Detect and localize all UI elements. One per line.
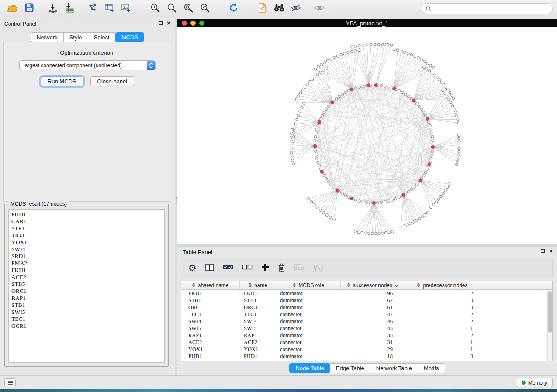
column-header-shared-name[interactable]: shared name	[181, 281, 240, 289]
table-row[interactable]: TEC1TEC1connector472	[181, 311, 552, 318]
table-scrollbar[interactable]	[547, 290, 552, 361]
float-table-panel-icon[interactable]	[541, 249, 545, 253]
column-sort-icon	[192, 282, 196, 289]
result-node-item[interactable]: PMA2	[11, 260, 164, 267]
hide-selected-button[interactable]	[287, 2, 304, 15]
search-input[interactable]	[422, 3, 553, 14]
window-close-button[interactable]	[182, 21, 187, 26]
table-cell: 1	[405, 339, 480, 346]
status-bar: Memory	[0, 375, 557, 389]
table-settings-button[interactable]: ⚙	[188, 261, 197, 275]
desktop-wallpaper-strip	[0, 389, 557, 392]
window-minimize-button[interactable]	[190, 21, 196, 26]
run-mcds-button[interactable]: Run MCDS	[41, 76, 83, 86]
column-header-successor-nodes[interactable]: successor nodes	[341, 281, 405, 289]
find-neighbors-button[interactable]	[271, 2, 287, 15]
refresh-button[interactable]	[225, 2, 242, 15]
table-cell: 31	[341, 339, 405, 346]
network-view-canvas[interactable]	[177, 27, 557, 244]
table-cell: dominator	[276, 297, 341, 304]
table-row[interactable]: RAP1RAP1dominator352	[181, 332, 552, 339]
table-row[interactable]: PHD1PHD1dominator180	[181, 353, 552, 360]
result-node-item[interactable]: TID3	[11, 232, 164, 239]
tab-motifs[interactable]: Motifs	[418, 363, 445, 373]
result-node-item[interactable]: FKH1	[11, 267, 164, 274]
float-panel-icon[interactable]	[159, 21, 163, 25]
task-list-icon	[7, 379, 13, 387]
result-node-item[interactable]: CAR1	[11, 218, 164, 225]
column-sort-icon	[347, 282, 351, 289]
table-cell: 43	[341, 325, 405, 332]
table-row[interactable]: YOX1YOX1connector291	[181, 346, 552, 353]
table-row[interactable]: FKH1FKH1dominator962	[181, 290, 552, 297]
table-row[interactable]: STB1STB1dominator620	[181, 297, 552, 304]
column-header-predecessor-nodes[interactable]: predecessor nodes	[405, 281, 480, 289]
result-node-item[interactable]: STB1	[11, 302, 164, 309]
plus-icon	[261, 263, 269, 273]
show-columns-button[interactable]	[205, 261, 214, 275]
column-header-label: predecessor nodes	[423, 282, 467, 289]
tab-select[interactable]: Select	[88, 32, 116, 42]
result-node-item[interactable]: ACE2	[11, 274, 164, 281]
close-panel-button[interactable]: Close panel	[90, 76, 135, 86]
import-network-button[interactable]	[45, 2, 61, 15]
result-node-item[interactable]: SWI5	[11, 309, 164, 316]
column-header-MCDS-role[interactable]: MCDS role	[276, 281, 341, 289]
tab-network-table[interactable]: Network Table	[370, 363, 418, 373]
zoom-fit-button[interactable]	[180, 2, 197, 15]
select-stepper-icon	[147, 60, 155, 70]
zoom-in-button[interactable]	[147, 2, 163, 15]
result-node-item[interactable]: SRD1	[11, 253, 164, 260]
zoom-out-button[interactable]	[163, 2, 180, 15]
export-image-button[interactable]	[118, 2, 135, 15]
column-header-name[interactable]: name	[240, 281, 276, 289]
select-all-columns-button[interactable]	[223, 261, 233, 275]
export-table-button[interactable]	[101, 2, 118, 15]
column-sort-icon	[417, 282, 421, 289]
table-row[interactable]: SWI4SWI4dominator462	[181, 318, 552, 325]
network-graph[interactable]	[177, 27, 557, 244]
export-network-button[interactable]	[85, 2, 101, 15]
table-row[interactable]: SWI5SWI5connector431	[181, 325, 552, 332]
delete-column-button[interactable]	[278, 261, 285, 275]
table-scrollbar-thumb[interactable]	[548, 291, 552, 333]
result-node-item[interactable]: STP4	[11, 225, 164, 232]
table-cell: 29	[341, 346, 405, 353]
table-cell: SWI5	[181, 325, 240, 332]
tab-style[interactable]: Style	[63, 32, 88, 42]
refresh-icon	[228, 3, 239, 15]
snapshot-button[interactable]	[254, 2, 271, 15]
import-table-button[interactable]	[61, 2, 78, 15]
window-zoom-button[interactable]	[199, 21, 204, 26]
result-node-item[interactable]: TEC1	[11, 316, 164, 323]
table-row[interactable]: ACE2ACE2connector311	[181, 339, 552, 346]
table-row[interactable]: ORC1ORC1dominator610	[181, 304, 552, 311]
result-node-item[interactable]: PHD1	[11, 211, 164, 218]
result-node-item[interactable]: RAP1	[11, 295, 164, 302]
zoom-selected-button[interactable]	[197, 2, 213, 15]
criterion-select[interactable]: largest connected component (undirected)	[19, 60, 156, 70]
mcds-result-list[interactable]: PHD1CAR1STP4TID3YOX1SWI4SRD1PMA2FKH1ACE2…	[8, 209, 165, 363]
close-table-panel-icon[interactable]: ×	[549, 249, 553, 253]
tab-node-table[interactable]: Node Table	[289, 363, 330, 373]
result-node-item[interactable]: GCR1	[11, 323, 164, 330]
task-history-button[interactable]	[4, 378, 16, 387]
create-column-button[interactable]	[261, 261, 269, 275]
tab-network[interactable]: Network	[31, 32, 64, 42]
result-node-item[interactable]: YOX1	[11, 239, 164, 246]
tab-mcds[interactable]: MCDS	[115, 32, 144, 42]
result-node-item[interactable]: SWI4	[11, 246, 164, 253]
tab-edge-table[interactable]: Edge Table	[330, 363, 370, 373]
table-cell: STB1	[240, 297, 276, 304]
show-all-button[interactable]	[311, 2, 328, 15]
table-cell-filler	[480, 346, 552, 353]
result-node-item[interactable]: ORC1	[11, 288, 164, 295]
table-cell: dominator	[276, 304, 341, 311]
deselect-all-columns-button[interactable]	[242, 261, 253, 275]
memory-button[interactable]: Memory	[516, 378, 553, 387]
close-panel-icon[interactable]: ×	[167, 21, 170, 25]
result-node-item[interactable]: STB5	[11, 281, 164, 288]
function-builder-button-disabled: f(x)	[313, 261, 323, 275]
save-button[interactable]	[21, 2, 38, 15]
open-file-button[interactable]	[4, 2, 21, 15]
